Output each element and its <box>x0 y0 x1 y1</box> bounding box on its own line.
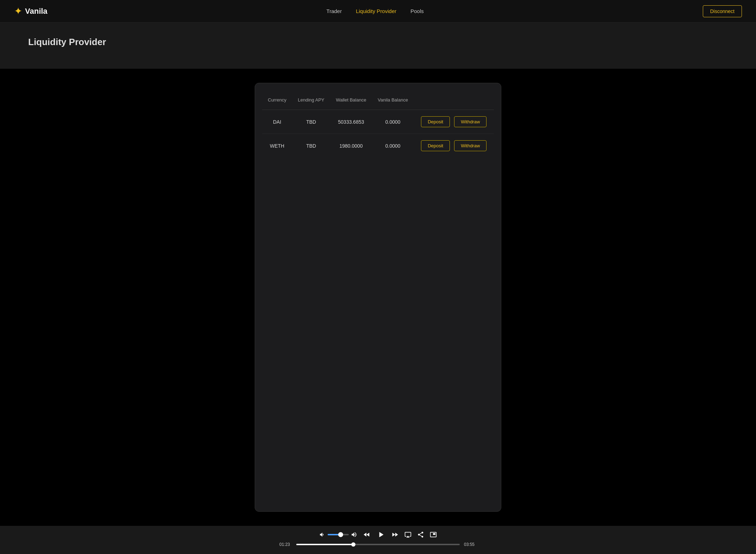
cell-actions: Deposit Withdraw <box>414 134 494 158</box>
deposit-button[interactable]: Deposit <box>421 116 450 127</box>
col-wallet-balance: Wallet Balance <box>330 94 372 110</box>
liquidity-table: Currency Lending APY Wallet Balance Vani… <box>262 94 494 158</box>
nav-link-pools[interactable]: Pools <box>410 8 424 14</box>
logo-text: Vanila <box>25 7 48 16</box>
total-time: 03:55 <box>464 542 477 547</box>
mute-button[interactable] <box>319 531 326 538</box>
current-time: 01:23 <box>279 542 292 547</box>
withdraw-button[interactable]: Withdraw <box>454 116 487 127</box>
cell-actions: Deposit Withdraw <box>414 110 494 134</box>
withdraw-button[interactable]: Withdraw <box>454 140 487 151</box>
nav-link-liquidity-provider[interactable]: Liquidity Provider <box>356 8 396 14</box>
table-row: DAI TBD 50333.6853 0.0000 Deposit Withdr… <box>262 110 494 134</box>
play-button[interactable] <box>376 530 385 539</box>
progress-bar[interactable] <box>296 544 460 545</box>
nav-link-trader[interactable]: Trader <box>327 8 342 14</box>
share-button[interactable] <box>417 531 424 538</box>
nav-links: Trader Liquidity Provider Pools <box>327 8 424 14</box>
page-title: Liquidity Provider <box>28 37 728 48</box>
main-content: Currency Lending APY Wallet Balance Vani… <box>0 69 756 526</box>
airplay-button[interactable] <box>404 531 411 538</box>
progress-fill <box>296 544 353 545</box>
cell-currency: DAI <box>262 110 292 134</box>
cell-lending-apy: TBD <box>292 110 330 134</box>
cell-wallet-balance: 50333.6853 <box>330 110 372 134</box>
table-row: WETH TBD 1980.0000 0.0000 Deposit Withdr… <box>262 134 494 158</box>
deposit-button[interactable]: Deposit <box>421 140 450 151</box>
cell-lending-apy: TBD <box>292 134 330 158</box>
cell-vanila-balance: 0.0000 <box>372 134 414 158</box>
logo-star-icon: ✦ <box>14 5 22 17</box>
progress-row: 01:23 03:55 <box>279 542 477 547</box>
cell-wallet-balance: 1980.0000 <box>330 134 372 158</box>
progress-thumb <box>351 542 355 547</box>
cell-currency: WETH <box>262 134 292 158</box>
disconnect-button[interactable]: Disconnect <box>703 5 742 17</box>
col-lending-apy: Lending APY <box>292 94 330 110</box>
video-controls: 01:23 03:55 <box>0 526 756 554</box>
cell-vanila-balance: 0.0000 <box>372 110 414 134</box>
col-actions <box>414 94 494 110</box>
liquidity-card: Currency Lending APY Wallet Balance Vani… <box>255 83 501 512</box>
pip-button[interactable] <box>430 531 437 538</box>
fast-forward-button[interactable] <box>391 531 399 538</box>
col-vanila-balance: Vanila Balance <box>372 94 414 110</box>
col-currency: Currency <box>262 94 292 110</box>
navbar: ✦ Vanila Trader Liquidity Provider Pools… <box>0 0 756 23</box>
volume-group <box>319 531 357 538</box>
page-header: Liquidity Provider <box>0 23 756 69</box>
volume-slider[interactable] <box>328 534 349 535</box>
logo: ✦ Vanila <box>14 5 48 17</box>
volume-high-icon <box>351 531 357 538</box>
rewind-button[interactable] <box>363 531 371 538</box>
